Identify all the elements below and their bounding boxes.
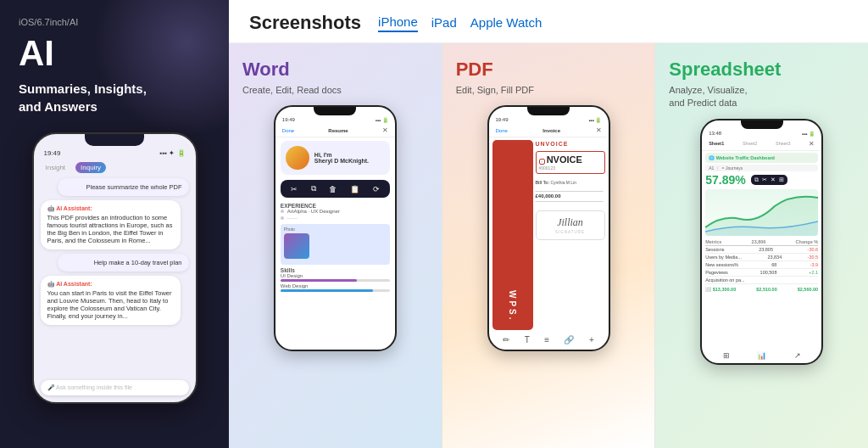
phone-input[interactable]: 🎤 Ask something inside this file [41,380,189,395]
word-card: Word Create, Edit, Read docs 19:49 ▪▪▪ 🔋… [229,43,442,448]
copy-icon[interactable]: ⧉ [311,184,316,193]
pdf-tool-5[interactable]: + [589,335,594,344]
ss-sheet1[interactable]: Sheet1 [709,141,724,146]
word-phone-mockup: 19:49 ▪▪▪ 🔋 Done Resume ✕ Hi, I'mSheryl … [274,105,397,351]
ss-phone-header: Sheet1 Sheet2 Sheet3 ✕ [702,138,821,151]
skills-section: Skills UI Design Web Design [281,267,390,292]
pdf-right-content: UNVOICE I NVOICE #000123 Bill To: Cynthi… [536,140,605,330]
pdf-phone-time: 19:49 [496,117,509,123]
screenshots-row: Word Create, Edit, Read docs 19:49 ▪▪▪ 🔋… [229,43,868,448]
word-phone-header: Done Resume ✕ [275,125,395,137]
exp-dot-2 [281,216,284,220]
ss-bottom-icon-1[interactable]: ⊞ [723,351,730,360]
ss-data-table: Metrics 23,806 Change % Sessions 23,805 … [705,238,818,284]
insight-tab[interactable]: Insight [41,162,71,173]
word-done-btn[interactable]: Done [282,128,294,133]
pdf-tool-3[interactable]: ≡ [544,335,549,344]
ss-close-icon[interactable]: ✕ [809,140,815,148]
photo-label: Photo [284,227,387,232]
screenshots-header: Screenshots iPhone iPad Apple Watch [229,0,868,43]
phone-notch [85,134,144,146]
pdf-doc-title: Invoice [542,128,560,133]
ss-row-new-sessions: New sessions% 68 -3.9 [705,261,818,269]
ss-tool-1[interactable]: ⧉ [754,176,759,183]
invoice-badge: I [539,159,545,165]
resume-avatar [286,146,309,170]
ss-table-header: Metrics 23,806 Change % [705,238,818,246]
pdf-desc: Edit, Sign, Fill PDF [451,84,534,97]
ss-chg-pageviews: +2.1 [809,270,818,275]
ss-chg-sessions: -30.6 [808,247,819,252]
ss-val-users: 23,834 [767,255,782,260]
word-phone-time: 19:49 [282,117,295,123]
word-close-icon[interactable]: ✕ [382,126,388,134]
ss-phone-time: 13:48 [709,131,721,137]
phone-status: 19:49 ▪▪▪ ✦ 🔋 [34,146,196,159]
ss-chart-svg [705,189,818,236]
unvoice-label: UNVOICE [536,140,605,148]
ss-cell-ref: A1 [709,165,714,171]
pdf-tool-1[interactable]: ✏ [503,335,509,344]
ss-sheet3[interactable]: Sheet3 [776,141,790,146]
photo-block: Photo [281,224,390,265]
spreadsheet-desc: Analyze, Visualize,and Predict data [664,84,747,110]
spreadsheet-label: Spreadsheet [664,59,781,81]
ss-chart-area [705,189,818,236]
ss-row-sessions: Sessions 23,805 -30.6 [705,246,818,254]
word-phone-notch [314,107,356,115]
ss-metric-sessions: Sessions [705,247,724,252]
inquiry-tab[interactable]: Inquiry [75,162,106,173]
exp-company-2: —— [287,216,298,221]
invoice-title: NVOICE [547,154,582,165]
pdf-done-btn[interactable]: Done [496,128,508,133]
word-phone-status: 19:49 ▪▪▪ 🔋 [275,115,395,125]
signature-box: Jillian SIGNATURE [536,210,605,240]
ss-tool-3[interactable]: ✕ [771,176,776,183]
ss-tool-2[interactable]: ✂ [762,176,767,183]
device-tab-nav: iPhone iPad Apple Watch [378,14,542,32]
ai-label-2: 🤖 AI Assistant: [47,281,174,288]
ss-metric-new: New sessions% [705,262,738,267]
pdf-close-icon[interactable]: ✕ [596,126,602,134]
ss-val-sessions: 23,805 [759,247,773,252]
tab-iphone[interactable]: iPhone [378,14,418,32]
pdf-tool-4[interactable]: 🔗 [564,335,574,344]
change-icon[interactable]: ⟳ [373,185,380,193]
word-toolbar: ✂ ⧉ 🗑 📋 ⟳ [281,180,390,198]
delete-icon[interactable]: 🗑 [329,185,337,193]
pdf-red-column: WPS. [492,140,533,330]
spreadsheet-card: Spreadsheet Analyze, Visualize,and Predi… [655,43,868,448]
pdf-phone-notch [527,107,570,115]
left-panel: iOS/6.7inch/AI AI Summaries, Insights,an… [0,0,229,448]
ss-percent-row: 57.89% ⧉ ✂ ✕ ⊞ [705,173,818,187]
invoice-title-row: I NVOICE [539,154,602,165]
chat-bubble-2: 🤖 AI Assistant: This PDF provides an int… [41,200,181,249]
invoice-number: #000123 [539,165,602,171]
word-phone-icons: ▪▪▪ 🔋 [376,117,388,123]
ai-phone-mockup: 19:49 ▪▪▪ ✦ 🔋 Insight Inquiry Please sum… [32,132,198,404]
ss-bottom-icon-3[interactable]: ↗ [794,351,801,360]
exp-dot-1 [281,210,284,213]
ss-total-label: ⬜ $13,300.00 [705,287,736,292]
ss-col-value: 23,806 [752,239,766,244]
cut-icon[interactable]: ✂ [291,185,298,193]
ss-chg-users: -30.5 [808,255,819,260]
pdf-tool-2[interactable]: T [525,335,530,344]
phone-signal: ▪▪▪ ✦ 🔋 [160,149,186,157]
tab-apple-watch[interactable]: Apple Watch [470,15,542,31]
ss-sheet2[interactable]: Sheet2 [743,141,757,146]
word-doc-content: Hi, I'mSheryl D McKnight. ✂ ⧉ 🗑 📋 ⟳ EXPE… [275,137,395,295]
pdf-card: PDF Edit, Sign, Fill PDF 19:49 ▪▪▪ 🔋 Don… [442,43,655,448]
ss-tool-4[interactable]: ⊞ [779,176,784,183]
pdf-phone-mockup: 19:49 ▪▪▪ 🔋 Done Invoice ✕ WPS. [487,105,610,351]
pdf-phone-status: 19:49 ▪▪▪ 🔋 [489,115,609,125]
tab-ipad[interactable]: iPad [431,15,457,31]
ss-separator: | [717,165,718,171]
ss-bottom-icon-2[interactable]: 📊 [757,351,766,360]
experience-section: EXPERIENCE ArtAlpha · UX Designer —— [281,203,390,221]
ss-total-v3: $2,560.00 [798,287,818,292]
paste-icon[interactable]: 📋 [350,185,359,193]
word-desc: Create, Edit, Read docs [237,84,342,97]
invoice-line-2: ———————————————— [536,199,605,204]
ss-metric-users: Users by Media... [705,255,742,260]
